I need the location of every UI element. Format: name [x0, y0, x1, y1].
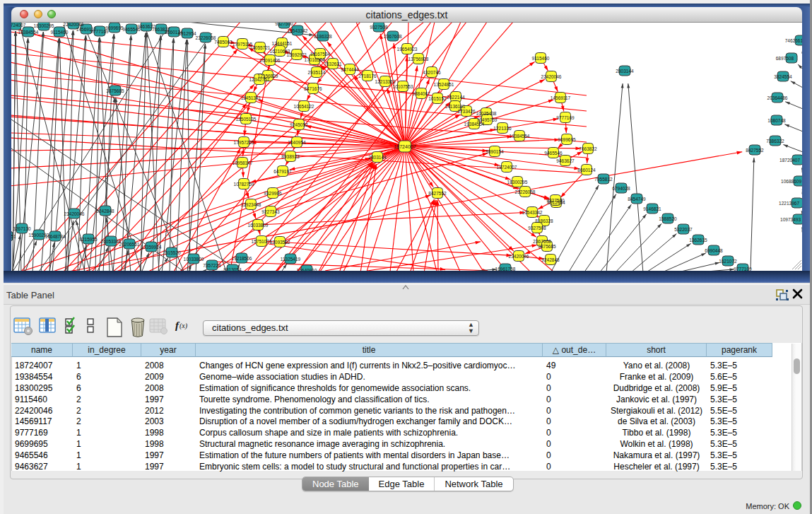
- svg-text:2803144: 2803144: [616, 69, 634, 74]
- svg-text:10654122: 10654122: [294, 104, 314, 109]
- svg-text:4320746: 4320746: [423, 70, 441, 75]
- svg-text:14055721: 14055721: [250, 45, 271, 50]
- svg-text:23226058: 23226058: [515, 189, 536, 194]
- svg-text:9465546: 9465546: [544, 151, 563, 156]
- svg-text:(x): (x): [180, 322, 188, 330]
- svg-text:12444151: 12444151: [272, 41, 293, 46]
- svg-text:12213363: 12213363: [375, 79, 396, 84]
- svg-text:9384067: 9384067: [412, 91, 430, 96]
- svg-text:19654923: 19654923: [397, 47, 418, 52]
- svg-text:16033809: 16033809: [248, 223, 269, 228]
- svg-text:23226058: 23226058: [196, 35, 216, 40]
- svg-text:17359924: 17359924: [141, 245, 162, 250]
- svg-text:5322037: 5322037: [674, 227, 693, 232]
- svg-text:12923448: 12923448: [241, 202, 261, 207]
- svg-text:7515520: 7515520: [163, 250, 181, 255]
- svg-text:19384554: 19384554: [18, 30, 39, 35]
- svg-text:1588520: 1588520: [659, 216, 677, 221]
- svg-text:9146821: 9146821: [643, 206, 661, 211]
- svg-text:19218506: 19218506: [232, 256, 252, 261]
- svg-text:10107553: 10107553: [393, 84, 413, 89]
- svg-text:11325419: 11325419: [281, 257, 301, 262]
- svg-text:9242848: 9242848: [96, 209, 114, 214]
- svg-text:8186328: 8186328: [535, 218, 553, 223]
- svg-text:1221336: 1221336: [493, 126, 512, 131]
- svg-text:17016504: 17016504: [305, 57, 325, 62]
- svg-text:7632621: 7632621: [324, 62, 342, 66]
- svg-text:7386322: 7386322: [766, 139, 784, 144]
- svg-text:10033809: 10033809: [184, 257, 204, 262]
- svg-text:15751074: 15751074: [252, 239, 272, 244]
- svg-text:9463627: 9463627: [556, 158, 575, 163]
- svg-text:1080748: 1080748: [767, 118, 786, 123]
- svg-text:9327508: 9327508: [528, 226, 546, 230]
- svg-text:12342757: 12342757: [249, 77, 270, 82]
- svg-text:18300295: 18300295: [34, 23, 54, 28]
- svg-text:10958147: 10958147: [233, 160, 253, 165]
- svg-text:6990448: 6990448: [705, 248, 723, 253]
- svg-text:14569117: 14569117: [551, 95, 571, 100]
- svg-text:2367608: 2367608: [384, 34, 402, 39]
- svg-text:9245052: 9245052: [290, 122, 308, 127]
- svg-text:7462661: 7462661: [785, 38, 802, 43]
- svg-text:2718176: 2718176: [358, 74, 377, 78]
- svg-text:10543342: 10543342: [522, 210, 543, 215]
- svg-text:23420046: 23420046: [64, 211, 85, 216]
- svg-text:1362615: 1362615: [689, 238, 707, 243]
- svg-text:2803144: 2803144: [368, 155, 387, 160]
- svg-text:8427552: 8427552: [746, 148, 764, 153]
- svg-text:20364486: 20364486: [767, 95, 788, 100]
- svg-text:8454749: 8454749: [628, 197, 646, 201]
- svg-text:8471676: 8471676: [304, 86, 322, 91]
- svg-text:6897508: 6897508: [776, 56, 794, 61]
- svg-text:3267130: 3267130: [13, 226, 31, 231]
- svg-text:9115460: 9115460: [51, 30, 69, 35]
- svg-text:9327500: 9327500: [275, 23, 293, 26]
- svg-text:9699695: 9699695: [558, 137, 576, 142]
- svg-text:26053346: 26053346: [101, 239, 122, 244]
- svg-text:2367608: 2367608: [533, 239, 551, 244]
- svg-text:7485063: 7485063: [214, 40, 233, 45]
- svg-text:8186328: 8186328: [314, 34, 332, 39]
- svg-text:2522144: 2522144: [447, 95, 465, 100]
- svg-text:18724007: 18724007: [394, 144, 416, 149]
- svg-text:20091406: 20091406: [260, 58, 281, 63]
- svg-text:22420046: 22420046: [541, 74, 562, 79]
- svg-text:7663822: 7663822: [579, 146, 597, 151]
- svg-text:10688609: 10688609: [781, 179, 801, 184]
- svg-text:23420046: 23420046: [509, 254, 529, 259]
- svg-text:10543342: 10543342: [288, 28, 308, 33]
- svg-text:18720407: 18720407: [779, 158, 800, 163]
- svg-text:17957245: 17957245: [234, 140, 254, 145]
- svg-text:1015152: 1015152: [428, 96, 447, 101]
- svg-text:14136141: 14136141: [445, 104, 466, 109]
- svg-text:13524851: 13524851: [434, 82, 454, 87]
- svg-text:7955812: 7955812: [594, 177, 613, 182]
- svg-text:12213967: 12213967: [779, 201, 799, 206]
- svg-text:8427552: 8427552: [428, 191, 447, 196]
- svg-text:10025438: 10025438: [476, 111, 497, 116]
- svg-text:9329906: 9329906: [264, 191, 282, 196]
- svg-text:9115460: 9115460: [532, 56, 550, 61]
- svg-text:11451341: 11451341: [241, 95, 261, 100]
- svg-text:8215955: 8215955: [79, 237, 98, 242]
- svg-text:9474444: 9474444: [341, 67, 359, 72]
- svg-text:18724007: 18724007: [497, 165, 517, 170]
- svg-text:6794028: 6794028: [612, 186, 630, 191]
- svg-text:1733426: 1733426: [457, 109, 476, 114]
- svg-text:1640954: 1640954: [288, 140, 306, 145]
- svg-text:9227343: 9227343: [261, 209, 280, 214]
- svg-text:16648784: 16648784: [45, 234, 66, 239]
- svg-text:9242848: 9242848: [541, 257, 560, 262]
- svg-text:16495759: 16495759: [477, 117, 498, 122]
- svg-text:3875685: 3875685: [106, 88, 124, 93]
- svg-text:9890154: 9890154: [486, 149, 504, 154]
- svg-text:9699695: 9699695: [105, 25, 124, 30]
- svg-text:20206551: 20206551: [119, 242, 140, 247]
- svg-text:8912954: 8912954: [178, 31, 196, 36]
- svg-text:3824554: 3824554: [774, 74, 792, 79]
- svg-text:7357224: 7357224: [203, 263, 221, 268]
- svg-text:19384554: 19384554: [464, 122, 485, 127]
- svg-text:19384554: 19384554: [510, 134, 530, 139]
- svg-text:10782759: 10782759: [234, 182, 254, 187]
